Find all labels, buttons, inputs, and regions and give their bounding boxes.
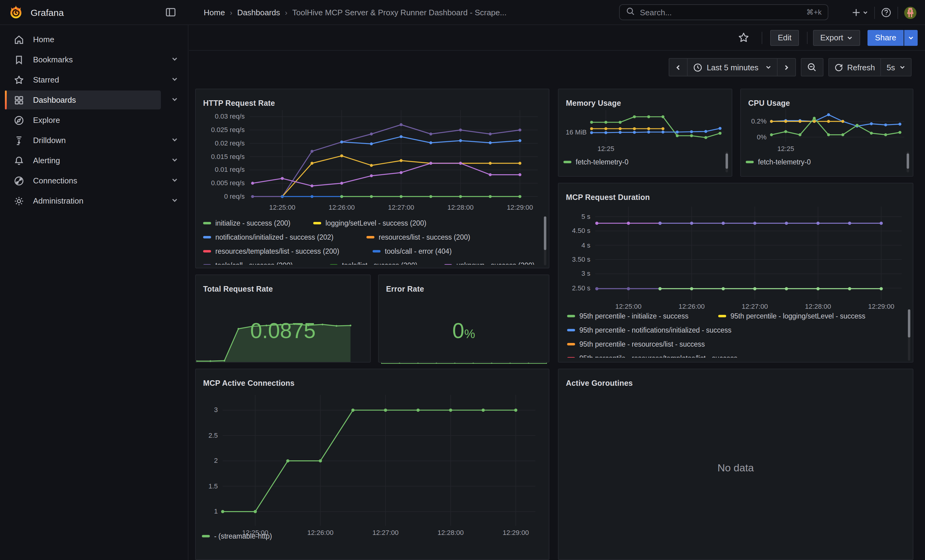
legend-item[interactable]: tools/list - success (200) — [330, 258, 435, 265]
legend-item[interactable]: 95th percentile - resources/list - succe… — [567, 338, 705, 351]
y-axis-tick: 1 — [201, 508, 218, 515]
legend-scrollbar-thumb[interactable] — [907, 153, 909, 169]
legend-scrollbar-thumb[interactable] — [908, 309, 910, 338]
legend-item[interactable]: 95th percentile - initialize - success — [567, 309, 710, 323]
legend-item[interactable]: initialize - success (200) — [203, 216, 305, 230]
chevron-down-icon[interactable] — [171, 136, 178, 145]
legend-item[interactable]: 95th percentile - logging/setLevel - suc… — [718, 309, 865, 323]
chevron-down-icon[interactable] — [171, 55, 178, 64]
grafana-logo-icon — [9, 5, 23, 20]
brand[interactable]: Grafana — [0, 5, 159, 20]
legend-label: fetch-telemetry-0 — [575, 158, 628, 166]
user-avatar[interactable] — [904, 6, 916, 19]
chevron-down-icon[interactable] — [171, 156, 178, 165]
search-input[interactable]: Search... ⌘+k — [619, 4, 829, 20]
legend-item[interactable]: resources/templates/list - success (200) — [203, 245, 364, 258]
error-rate-sparkline[interactable] — [381, 355, 547, 361]
panel-title[interactable]: MCP Active Connections — [203, 379, 295, 388]
sidebar-item-bookmarks[interactable]: Bookmarks — [0, 50, 188, 70]
sidebar-item-alerting[interactable]: Alerting — [0, 150, 188, 171]
time-range-picker[interactable]: Last 5 minutes — [687, 59, 777, 76]
panel-title[interactable]: Active Goroutines — [566, 379, 633, 388]
sidebar-item-administration[interactable]: Administration — [0, 191, 188, 211]
time-back-button[interactable] — [669, 59, 687, 76]
legend-item[interactable]: resources/list - success (200) — [366, 230, 470, 245]
panel-title[interactable]: MCP Request Duration — [566, 194, 650, 202]
legend-label: resources/templates/list - success (200) — [215, 248, 339, 255]
panel-total-request-rate: Total Request Rate 0.0875 — [195, 275, 371, 363]
search-shortcut: ⌘+k — [806, 8, 822, 17]
refresh-interval-picker[interactable]: 5s — [881, 59, 911, 76]
help-icon[interactable] — [881, 8, 891, 18]
legend-item[interactable]: tools/call - success (200) — [203, 258, 321, 265]
x-axis-tick: 12:26:00 — [664, 303, 719, 310]
legend-label: tools/call - success (200) — [215, 262, 293, 265]
legend-swatch — [372, 250, 381, 252]
legend-item[interactable]: 95th percentile - notifications/initiali… — [567, 323, 731, 338]
dashboard-toolbar: Edit Export Share — [189, 25, 925, 51]
legend-label: tools/list - success (200) — [342, 262, 417, 265]
sidebar-item-connections[interactable]: Connections — [0, 171, 188, 191]
chart-svg — [202, 107, 544, 213]
legend-scrollbar-thumb[interactable] — [544, 216, 546, 250]
chevron-down-icon[interactable] — [171, 196, 178, 206]
sidebar-item-explore[interactable]: Explore — [0, 110, 188, 130]
plug-icon — [14, 175, 24, 186]
edit-button[interactable]: Edit — [771, 30, 799, 45]
mcp-active-connections-chart[interactable]: 11.522.5312:25:0012:26:0012:27:0012:28:0… — [201, 390, 545, 544]
panel-title[interactable]: Error Rate — [386, 285, 424, 294]
legend-swatch — [718, 315, 726, 317]
legend-row: 95th percentile - notifications/initiali… — [567, 323, 902, 338]
sidebar-item-starred[interactable]: Starred — [0, 70, 188, 90]
sidebar-item-dashboards[interactable]: Dashboards — [0, 90, 188, 110]
legend-row: tools/call - success (200)tools/list - s… — [203, 258, 538, 265]
share-button[interactable]: Share — [868, 30, 904, 45]
chevron-down-icon[interactable] — [171, 75, 178, 84]
panel-mcp-request-duration: MCP Request Duration 2.50 s3 s3.50 s4 s4… — [558, 183, 913, 363]
legend-item[interactable]: fetch-telemetry-0 — [563, 155, 628, 169]
chevron-down-icon[interactable] — [171, 176, 178, 185]
cpu-usage-chart[interactable]: 0%0.2%12:25 — [746, 105, 909, 153]
y-axis-tick: 2 — [201, 457, 218, 464]
active-highlight — [5, 90, 161, 110]
chart-svg — [201, 390, 545, 544]
favorite-star-button[interactable] — [738, 32, 750, 44]
sidebar: Home Bookmarks Starred Dashboards Explor… — [0, 25, 188, 560]
legend-item[interactable]: tools/call - error (404) — [372, 245, 452, 258]
y-axis-tick: 2.50 s — [565, 284, 591, 291]
memory-usage-chart[interactable]: 16 MiB12:25 — [563, 105, 728, 153]
legend-item[interactable]: unknown - success (200) — [444, 258, 535, 265]
legend-scrollbar-thumb[interactable] — [726, 153, 728, 169]
legend-item[interactable]: - (streamable-http) — [202, 530, 272, 543]
http-request-rate-chart[interactable]: 0 req/s0.005 req/s0.01 req/s0.015 req/s0… — [202, 107, 544, 213]
time-forward-button[interactable] — [777, 59, 795, 76]
export-button[interactable]: Export — [813, 30, 860, 45]
time-controls: Last 5 minutes Refresh 5s — [669, 58, 911, 77]
sidebar-item-home[interactable]: Home — [0, 29, 188, 50]
breadcrumb-home[interactable]: Home — [204, 8, 225, 17]
share-menu-button[interactable] — [904, 30, 917, 45]
home-icon — [14, 34, 24, 45]
chevron-down-icon — [765, 64, 771, 70]
sidebar-item-label: Alerting — [33, 156, 60, 165]
sidebar-item-drilldown[interactable]: Drilldown — [0, 130, 188, 150]
legend-item[interactable]: logging/setLevel - success (200) — [313, 216, 426, 230]
chevron-down-icon[interactable] — [171, 95, 178, 105]
mcp-request-duration-chart[interactable]: 2.50 s3 s3.50 s4 s4.50 s5 s12:25:0012:26… — [565, 202, 909, 315]
refresh-button[interactable]: Refresh — [829, 59, 880, 76]
gear-icon — [14, 195, 24, 206]
zoom-out-button[interactable] — [800, 58, 823, 77]
star-icon — [14, 74, 24, 85]
add-button[interactable] — [851, 8, 868, 17]
legend-item[interactable]: fetch-telemetry-0 — [746, 155, 811, 169]
grafana-app: Grafana Home › Dashboards › ToolHive MCP… — [0, 0, 925, 560]
legend-label: 95th percentile - notifications/initiali… — [579, 326, 731, 334]
mega-menu-toggle-icon[interactable] — [165, 7, 176, 20]
compass-icon — [14, 115, 24, 126]
breadcrumb-dashboards[interactable]: Dashboards — [237, 8, 280, 17]
sidebar-item-label: Starred — [33, 75, 59, 84]
panel-title[interactable]: Total Request Rate — [203, 285, 273, 294]
y-axis-tick: 0.2% — [746, 117, 767, 125]
legend-item[interactable]: 95th percentile - resources/templates/li… — [567, 351, 737, 357]
legend-item[interactable]: notifications/initialized - success (202… — [203, 230, 358, 245]
